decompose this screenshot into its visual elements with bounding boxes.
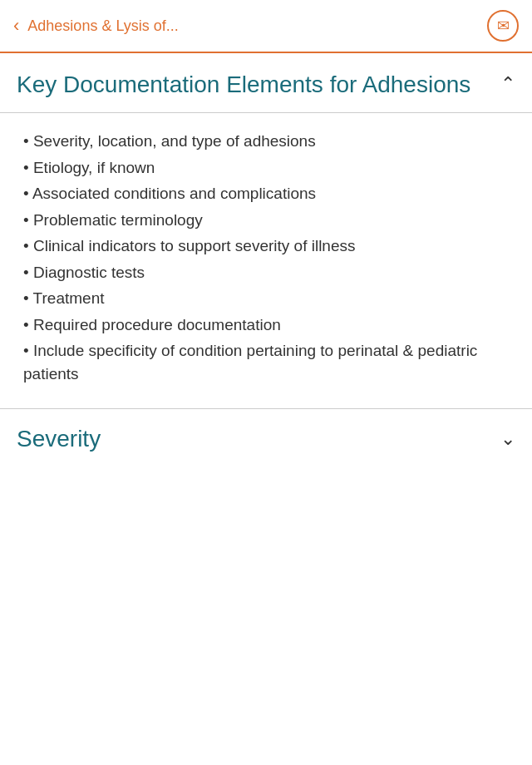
list-item: Required procedure documentation [23, 313, 509, 337]
list-item: Associated conditions and complications [23, 182, 509, 205]
header-title: Adhesions & Lysis of... [27, 17, 178, 35]
section-content: Severity, location, and type of adhesion… [0, 113, 532, 409]
chevron-left-icon: ‹ [13, 15, 19, 37]
collapse-button[interactable]: ⌃ [500, 73, 515, 95]
list-item: Clinical indicators to support severity … [23, 234, 509, 258]
expand-button[interactable]: ⌄ [500, 428, 515, 450]
back-button[interactable]: ‹ Adhesions & Lysis of... [13, 15, 179, 37]
section-header: Key Documentation Elements for Adhesions… [0, 53, 532, 113]
mail-icon: ✉ [497, 17, 510, 35]
next-section-title: Severity [17, 426, 101, 452]
list-item: Severity, location, and type of adhesion… [23, 130, 509, 153]
list-item: Treatment [23, 287, 509, 310]
bullet-list: Severity, location, and type of adhesion… [23, 130, 509, 385]
key-documentation-section: Key Documentation Elements for Adhesions… [0, 53, 532, 409]
mail-button[interactable]: ✉ [487, 10, 519, 42]
list-item: Etiology, if known [23, 156, 509, 180]
next-section-preview: Severity ⌄ [0, 409, 532, 462]
section-title: Key Documentation Elements for Adhesions [17, 70, 500, 99]
list-item: Diagnostic tests [23, 261, 509, 284]
app-header: ‹ Adhesions & Lysis of... ✉ [0, 0, 532, 53]
list-item: Include specificity of condition pertain… [23, 339, 509, 385]
list-item: Problematic terminology [23, 209, 509, 232]
